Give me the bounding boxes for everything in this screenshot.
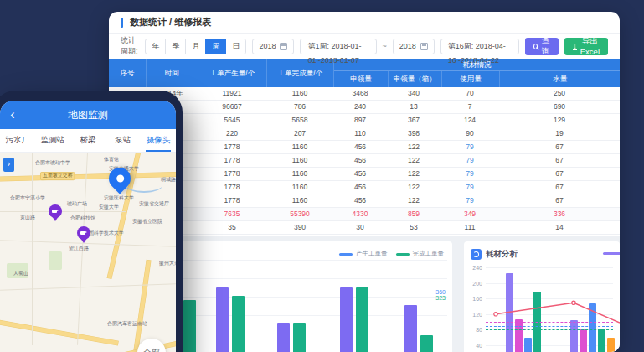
bar-completed <box>183 300 196 352</box>
map-view[interactable]: › 全部 合肥市琥珀中学体育馆安徽交通大学桐城路五里墩立交桥合肥市宁溪小学安徽医… <box>0 153 176 352</box>
phone-title: 地图监测 <box>0 108 176 122</box>
dashboard-card: 数据统计 / 维修报表 统计周期: 年季月周日 2018 第1周: 2018-0… <box>109 12 620 352</box>
table-cell: 122 <box>387 194 440 207</box>
tab-污水厂[interactable]: 污水厂 <box>0 129 35 152</box>
sub-col-header: 申领量（箱） <box>388 71 441 87</box>
table-cell[interactable]: 79 <box>440 194 499 207</box>
table-cell: 367 <box>387 114 440 127</box>
phone-tab-bar: 污水厂监测站桥梁泵站摄像头 <box>0 129 176 153</box>
table-cell[interactable]: 79 <box>440 168 499 180</box>
table-cell: 220 <box>198 127 266 140</box>
table-cell: 1778 <box>198 194 266 207</box>
map-label: 安徽医科大学 <box>104 194 134 201</box>
table-row: 9177811604561227967 <box>109 194 620 208</box>
period-option-周[interactable]: 周 <box>205 39 226 54</box>
table-cell: 897 <box>333 114 387 127</box>
period-option-月[interactable]: 月 <box>185 39 206 54</box>
map-label: 黄山路 <box>20 214 35 220</box>
table-cell: 3468 <box>333 87 387 100</box>
start-week-field[interactable]: 第1周: 2018-01-01~2018-01-07 <box>300 39 376 54</box>
table-cell: 1160 <box>266 194 333 207</box>
table-cell[interactable]: 79 <box>440 181 499 194</box>
bar-completed <box>293 323 306 352</box>
group-header-label: 耗材情况 <box>334 59 620 71</box>
end-year-select[interactable]: 2018 <box>393 39 435 54</box>
table-cell: 67 <box>499 168 620 180</box>
table-cell: 1778 <box>198 181 266 194</box>
table-cell: 96667 <box>198 101 266 113</box>
calendar-icon <box>280 43 287 50</box>
phone-mockup: ‹ 地图监测 污水厂监测站桥梁泵站摄像头 › 全部 合肥市琥珀中学体育馆安徽交通… <box>0 91 183 352</box>
phone-header: ‹ 地图监测 <box>0 101 176 129</box>
map-park <box>49 251 62 270</box>
end-year-value: 2018 <box>399 42 416 50</box>
end-week-field[interactable]: 第16周: 2018-04-16~2018-04-22 <box>440 39 519 54</box>
table-cell: 122 <box>387 141 440 153</box>
col-header: 工单产生量/个 <box>198 59 266 87</box>
map-label: 合肥汽车客运南站 <box>107 320 147 327</box>
total-row: 合计7635553904330859349336 <box>109 208 620 221</box>
table-cell: 349 <box>440 208 499 220</box>
map-label: 安徽省交通厅 <box>139 200 169 207</box>
table-cell: 786 <box>266 101 333 113</box>
start-year-select[interactable]: 2018 <box>252 39 294 54</box>
camera-pin-icon[interactable] <box>49 204 62 218</box>
legend-label: 产生工单量 <box>356 250 388 258</box>
map-label: 合肥科技馆 <box>70 215 95 221</box>
table-cell: 1160 <box>266 154 333 167</box>
sub-col-header: 水量 <box>499 71 620 87</box>
col-header: 工单完成量/个 <box>266 59 333 87</box>
map-label: 合肥市琥珀中学 <box>35 159 70 166</box>
table-cell[interactable]: 79 <box>440 141 499 153</box>
table-cell[interactable]: 79 <box>440 154 499 167</box>
map-label: 安徽省立医院 <box>132 218 162 225</box>
tab-摄像头[interactable]: 摄像头 <box>141 129 176 152</box>
legend-dash-icon <box>396 253 410 256</box>
average-row: 平均值35390305311114 <box>109 221 620 235</box>
map-street <box>0 211 126 212</box>
period-label: 统计周期: <box>121 35 139 57</box>
tab-桥梁[interactable]: 桥梁 <box>70 129 106 152</box>
sub-header-row: 申领量申领量（箱）使用量水量 <box>334 71 620 87</box>
table-cell: 122 <box>387 168 440 180</box>
table-cell: 129 <box>499 114 620 127</box>
period-option-年[interactable]: 年 <box>145 39 166 54</box>
expand-icon[interactable]: › <box>3 158 14 172</box>
table-cell: 67 <box>499 141 620 153</box>
start-year-value: 2018 <box>259 42 276 50</box>
breadcrumb-row: 数据统计 / 维修报表 <box>109 12 620 34</box>
export-excel-button[interactable]: ↓ 导出Excel <box>564 38 608 55</box>
table-cell: 456 <box>333 141 387 153</box>
map-street <box>32 153 33 345</box>
col-header: 时间 <box>146 59 198 87</box>
period-segmented-control: 年季月周日 <box>145 39 246 54</box>
tab-泵站[interactable]: 泵站 <box>106 129 141 152</box>
table-cell: 456 <box>333 168 387 180</box>
show-all-button[interactable]: 全部 <box>137 339 166 352</box>
trend-line <box>464 241 620 352</box>
period-option-日[interactable]: 日 <box>225 39 246 54</box>
phone-screen: ‹ 地图监测 污水厂监测站桥梁泵站摄像头 › 全部 合肥市琥珀中学体育馆安徽交通… <box>0 101 176 352</box>
period-option-季[interactable]: 季 <box>165 39 186 54</box>
filter-bar: 统计周期: 年季月周日 2018 第1周: 2018-01-01~2018-01… <box>109 34 620 59</box>
map-road <box>0 319 118 345</box>
tab-监测站[interactable]: 监测站 <box>35 129 70 152</box>
table-cell: 1160 <box>266 141 333 153</box>
camera-pin-icon[interactable] <box>77 226 90 240</box>
table-row: 8177811604561227967 <box>109 181 620 194</box>
table-row: 7177811604561227967 <box>109 168 620 181</box>
map-label: 五里墩立交桥 <box>40 172 75 180</box>
table-cell: 340 <box>387 87 440 100</box>
legend-item-产生工单量[interactable]: 产生工单量 <box>339 250 388 258</box>
consumables-group-header: 耗材情况申领量申领量（箱）使用量水量 <box>333 59 620 87</box>
table-cell: 90 <box>440 127 499 140</box>
bar-completed <box>232 296 245 352</box>
legend-item-完成工单量[interactable]: 完成工单量 <box>396 250 445 258</box>
table-cell: 14 <box>499 221 620 234</box>
table-cell: 5658 <box>266 114 333 127</box>
table-cell: 7 <box>440 101 499 113</box>
table-cell: 859 <box>387 208 440 220</box>
table-cell: 30 <box>333 221 387 234</box>
query-button[interactable]: 查询 <box>525 38 559 55</box>
table-cell: 5645 <box>198 114 266 127</box>
